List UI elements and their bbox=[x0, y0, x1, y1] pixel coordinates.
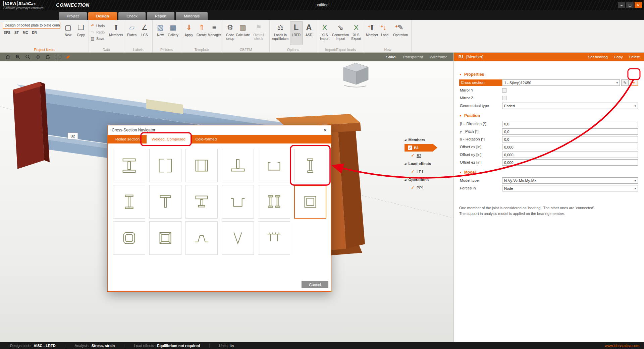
cross-section-tile-u-lips[interactable] bbox=[222, 185, 254, 219]
prop-input-offset-ez-in[interactable]: 0,000 bbox=[502, 159, 638, 166]
ribbon-button-xls-export[interactable]: XXLS Export bbox=[350, 21, 363, 45]
ribbon-button-lrfd[interactable]: LLRFD bbox=[290, 21, 303, 45]
cross-section-tile-welded-i[interactable] bbox=[113, 149, 145, 182]
dialog-tab-cold-formed[interactable]: Cold-formed bbox=[191, 135, 222, 143]
tab-check[interactable]: Check bbox=[118, 12, 146, 20]
dialog-close-icon[interactable]: ✕ bbox=[323, 128, 327, 133]
cross-section-tile-vee[interactable] bbox=[222, 221, 254, 255]
prop-checkbox-mirror-y[interactable] bbox=[502, 88, 506, 93]
ribbon-button-load[interactable]: ↓+Load bbox=[378, 21, 391, 45]
ribbon-button-save[interactable]: ▤Save bbox=[90, 36, 110, 41]
cross-section-tile-double-i[interactable] bbox=[258, 185, 290, 219]
panel-action-set-bearing[interactable]: Set bearing bbox=[588, 55, 608, 59]
edit-cross-section-button[interactable]: ✎ bbox=[621, 79, 629, 86]
cross-section-tile-welded-box[interactable] bbox=[149, 221, 181, 255]
ribbon-button-new[interactable]: ▢New bbox=[62, 21, 74, 45]
prop-input-offset-ex-in[interactable]: 0,000 bbox=[502, 144, 638, 150]
zoom-icon[interactable] bbox=[23, 53, 32, 61]
ribbon-button-gallery[interactable]: ▦Gallery bbox=[167, 21, 179, 45]
ribbon-button-plates[interactable]: ▱Plates bbox=[125, 21, 138, 45]
cross-section-tile-narrow-i[interactable] bbox=[294, 149, 326, 182]
cross-section-tile-tee-inverted[interactable] bbox=[222, 149, 254, 182]
prop-input-offset-ey-in[interactable]: 0,000 bbox=[502, 152, 638, 158]
ribbon-button-copy[interactable]: ❏Copy bbox=[74, 21, 87, 45]
ribbon-button-asd[interactable]: AASD bbox=[303, 21, 315, 45]
tree-item-b2[interactable]: ✓B2 bbox=[405, 152, 455, 159]
code-toggle-eps[interactable]: EPS bbox=[4, 31, 10, 35]
cross-section-tile-hat[interactable] bbox=[185, 221, 218, 255]
add-cross-section-button[interactable]: + bbox=[630, 79, 638, 86]
ribbon-button-loads-in-equilibrium[interactable]: ⚖Loads in equilibrium bbox=[271, 21, 290, 45]
tree-item-pp1[interactable]: ✓PP1 bbox=[405, 184, 455, 191]
dialog-tab-rolled-sections[interactable]: Rolled sections bbox=[110, 135, 147, 143]
panel-action-copy[interactable]: Copy bbox=[614, 55, 623, 59]
prop-select-cross-section[interactable]: 1 - S(Imp)12X50▾ bbox=[502, 79, 620, 86]
code-toggle-mc[interactable]: MC bbox=[23, 31, 28, 35]
end-plate-model[interactable] bbox=[13, 82, 50, 169]
ribbon-button-member[interactable]: I+Member bbox=[366, 21, 378, 45]
section-header-position[interactable]: ▼Position bbox=[459, 113, 641, 118]
cross-section-tile-tee[interactable] bbox=[149, 185, 181, 219]
cross-section-tile-angles-channel[interactable] bbox=[258, 149, 290, 182]
ribbon-button-manager[interactable]: ≡Manager bbox=[208, 21, 221, 45]
tree-group-members[interactable]: ◢Members bbox=[405, 135, 455, 144]
tab-report[interactable]: Report bbox=[147, 12, 175, 20]
paint-icon[interactable] bbox=[64, 53, 72, 61]
tree-group-operations[interactable]: ◢Operations bbox=[405, 175, 455, 184]
view-mode-solid[interactable]: Solid bbox=[386, 55, 395, 59]
ribbon-button-overall-check[interactable]: ⚑Overall check bbox=[249, 21, 268, 45]
project-items-dropdown[interactable]: Design of bolted plate to plate conn bbox=[3, 22, 60, 28]
fit-view-icon[interactable] bbox=[54, 53, 62, 61]
section-header-model[interactable]: ▼Model bbox=[459, 170, 641, 175]
minimize-icon[interactable]: – bbox=[618, 2, 625, 8]
ribbon-button-apply[interactable]: ⇓Apply bbox=[182, 21, 195, 45]
cross-section-tile-channels-toes-out[interactable] bbox=[149, 149, 181, 182]
prop-input-rotation[interactable]: 0,0 bbox=[502, 136, 638, 142]
ribbon-button-redo[interactable]: ↷Redo bbox=[90, 29, 110, 35]
ribbon-button-operation[interactable]: ✎+Operation bbox=[391, 21, 410, 45]
prop-input-pitch[interactable]: 0,0 bbox=[502, 128, 638, 135]
ribbon-button-connection-import[interactable]: ⇘Connection Import bbox=[331, 21, 350, 45]
website-link[interactable]: www.ideastatica.com bbox=[605, 344, 639, 348]
home-icon[interactable] bbox=[3, 53, 12, 61]
tree-item-le1[interactable]: ✓LE1 bbox=[405, 168, 455, 175]
tab-project[interactable]: Project bbox=[59, 12, 87, 20]
ribbon-button-xls-import[interactable]: XXLS Import bbox=[318, 21, 331, 45]
cross-section-tile-channels-box[interactable] bbox=[185, 149, 218, 182]
maximize-icon[interactable]: ▢ bbox=[626, 2, 634, 8]
section-header-properties[interactable]: ▼Properties bbox=[459, 72, 641, 77]
cancel-button[interactable]: Cancel bbox=[302, 281, 328, 288]
code-toggle-dr[interactable]: DR bbox=[32, 31, 37, 35]
cross-section-tile-box-tube[interactable] bbox=[294, 185, 326, 219]
cross-section-tile-rounded-tube[interactable] bbox=[113, 221, 145, 255]
view-mode-wireframe[interactable]: Wireframe bbox=[430, 55, 447, 59]
prop-checkbox-mirror-z[interactable] bbox=[502, 96, 506, 100]
prop-input-direction[interactable]: 0,0 bbox=[502, 121, 638, 127]
view-mode-transparent[interactable]: Transparent bbox=[402, 55, 423, 59]
ribbon-button-code-setup[interactable]: ⚙Code setup bbox=[224, 21, 236, 45]
ribbon-button-lcs[interactable]: ∠LCS bbox=[138, 21, 151, 45]
code-toggle-st[interactable]: ST bbox=[14, 31, 19, 35]
close-icon[interactable]: ✕ bbox=[635, 2, 642, 8]
member-label-b2[interactable]: B2 bbox=[68, 133, 78, 139]
prop-select-model-type[interactable]: N-Vy-Vz-Mx-My-Mz▾ bbox=[502, 177, 638, 184]
ribbon-button-calculate[interactable]: ▥Calculate bbox=[236, 21, 249, 45]
prop-select-forces-in[interactable]: Node▾ bbox=[502, 185, 638, 191]
ribbon-button-members[interactable]: IMembers bbox=[110, 21, 122, 45]
checkbox-checked-icon[interactable]: ✓ bbox=[408, 146, 412, 150]
ribbon-button-create[interactable]: ⇑Create bbox=[195, 21, 208, 45]
navigation-cube[interactable] bbox=[343, 63, 368, 87]
pan-icon[interactable] bbox=[34, 53, 42, 61]
cross-section-tile-rail-table[interactable] bbox=[258, 221, 290, 255]
tab-materials[interactable]: Materials bbox=[176, 12, 208, 20]
tree-item-b1[interactable]: ✓B1 bbox=[405, 144, 437, 152]
rotate-icon[interactable] bbox=[44, 53, 52, 61]
zoom-window-icon[interactable] bbox=[13, 53, 22, 61]
cross-section-tile-i-section[interactable] bbox=[113, 185, 145, 219]
dialog-tab-welded-composed[interactable]: Welded, Composed bbox=[147, 135, 191, 143]
cross-section-tile-tee-plated[interactable] bbox=[185, 185, 218, 219]
tab-design[interactable]: Design bbox=[88, 12, 117, 20]
panel-action-delete[interactable]: Delete bbox=[629, 55, 640, 59]
tree-group-load-effects[interactable]: ◢Load effects bbox=[405, 159, 455, 168]
ribbon-button-undo[interactable]: ↶Undo bbox=[90, 23, 110, 28]
